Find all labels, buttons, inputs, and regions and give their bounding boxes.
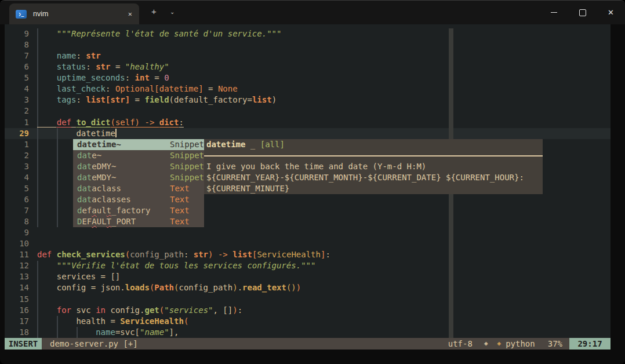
code-token: dat	[77, 162, 92, 171]
completion-kind-label: Snippet	[170, 172, 204, 183]
code-token: (self)	[110, 118, 140, 127]
completion-kind-label: Snippet	[170, 150, 204, 161]
code-token	[37, 84, 57, 93]
code-line[interactable]: 9	[5, 227, 611, 238]
code-line[interactable]: 7 name: str	[5, 50, 611, 61]
code-line[interactable]: 3 tags: list[str] = field(default_factor…	[5, 94, 611, 105]
code-token: Optional[datetime]	[115, 84, 204, 93]
code-token: a	[92, 206, 96, 215]
close-icon: ✕	[608, 8, 614, 17]
terminal-tab-nvim[interactable]: ❯_ nvim ✕	[9, 3, 139, 24]
code-line[interactable]: 1 def to_dict(self) -> dict:	[5, 117, 611, 128]
tab-dropdown-icon[interactable]: ⌄	[170, 9, 175, 15]
close-button[interactable]: ✕	[597, 1, 625, 24]
completion-item[interactable]: date~Snippet	[73, 150, 204, 161]
code-token: =svc[	[115, 327, 140, 337]
line-number: 1	[5, 139, 29, 150]
filetype-diamond-icon: ◈	[497, 340, 502, 347]
line-number: 18	[5, 327, 29, 338]
line-number: 1	[5, 117, 29, 128]
code-token: name	[96, 327, 115, 337]
code-token	[37, 62, 57, 71]
editor-buffer[interactable]: 9 """Représente l'état de santé d'un ser…	[5, 24, 611, 338]
tab-close-icon[interactable]: ✕	[128, 10, 132, 18]
code-token: check_services	[57, 250, 125, 259]
code-token: ServiceHealth	[120, 316, 184, 326]
code-token: services = []	[37, 272, 120, 281]
code-line[interactable]: 9 """Représente l'état de santé d'un ser…	[5, 28, 611, 39]
code-token: status	[57, 62, 86, 71]
maximize-button[interactable]	[568, 1, 597, 24]
line-number: 11	[5, 249, 29, 260]
code-token: .	[238, 283, 242, 292]
line-number: 8	[5, 39, 29, 50]
completion-item[interactable]: dateMDY~Snippet	[73, 172, 204, 183]
code-line[interactable]: 4 last_check: Optional[datetime] = None	[5, 83, 611, 94]
code-line[interactable]: 18 name=svc["name"],	[5, 327, 611, 338]
doc-line: ${CURRENT_MINUTE}	[206, 183, 543, 194]
code-token: name	[57, 51, 77, 60]
code-token: "services"	[164, 305, 213, 315]
completion-item-selected[interactable]: datetime~Snippet	[73, 139, 204, 150]
doc-line: ${CURRENT_YEAR}-${CURRENT_MONTH}-${CURRE…	[206, 172, 543, 183]
completion-item[interactable]: dateDMY~Snippet	[73, 161, 204, 172]
code-token: A	[92, 217, 96, 226]
completion-item[interactable]: default_factoryText	[73, 205, 204, 216]
completion-item[interactable]: dataclassText	[73, 183, 204, 194]
doc-separator	[206, 150, 543, 161]
code-token: ()	[286, 283, 296, 292]
code-text: name: str	[37, 50, 101, 61]
code-text: status: str = "healthy"	[37, 61, 169, 72]
code-text: config = json.loads(Path(config_path).re…	[37, 282, 301, 293]
code-line[interactable]: 16 for svc in config.get("services", [])…	[5, 305, 611, 316]
code-line[interactable]: 14 config = json.loads(Path(config_path)…	[5, 282, 611, 293]
line-number: 5	[5, 183, 29, 194]
code-line[interactable]: 11def check_services(config_path: str) -…	[5, 249, 611, 260]
code-token: ${CURRENT_MINUTE}	[206, 184, 289, 193]
line-number: 5	[5, 72, 29, 83]
code-token: get	[144, 305, 159, 315]
completion-kind-label: Text	[170, 194, 190, 205]
code-token: svc	[71, 305, 96, 315]
code-token: _PORT	[111, 217, 136, 226]
code-line[interactable]: 12 """Vérifie l'état de tous les service…	[5, 260, 611, 271]
code-token: 0	[164, 73, 169, 82]
code-token: )	[232, 305, 237, 315]
code-line[interactable]: 6 status: str = "healthy"	[5, 61, 611, 72]
completion-popup: datetime~Snippetdate~SnippetdateDMY~Snip…	[73, 139, 204, 228]
code-line[interactable]: 17 health = ServiceHealth(	[5, 316, 611, 327]
completion-item[interactable]: DEFAULT_PORTText	[73, 216, 204, 227]
statusline-position: 29:17	[569, 338, 611, 350]
line-number: 3	[5, 161, 29, 172]
code-text: name=svc["name"],	[37, 327, 179, 338]
code-token: """Vérifie l'état de tous les services c…	[37, 261, 315, 270]
code-line[interactable]: 8	[5, 39, 611, 50]
code-token: =	[130, 95, 144, 104]
code-token	[37, 129, 76, 138]
code-line[interactable]: 29 datetime	[5, 128, 611, 139]
code-token: )	[208, 250, 213, 259]
completion-item[interactable]: dataclassesText	[73, 194, 204, 205]
code-token	[37, 51, 57, 60]
code-line[interactable]: 2	[5, 105, 611, 117]
code-line[interactable]: 15	[5, 294, 611, 305]
code-token: ServiceHealth	[257, 250, 321, 259]
code-token: (	[169, 95, 174, 104]
line-number: 16	[5, 305, 29, 316]
code-token: list[str]	[86, 95, 130, 104]
line-number: 12	[5, 260, 29, 271]
code-token: def	[37, 250, 52, 259]
line-number: 2	[5, 150, 29, 161]
statusline-filetype: python	[506, 339, 535, 348]
minimize-button[interactable]	[540, 1, 568, 24]
code-token: :	[238, 305, 242, 315]
code-line[interactable]: 5 uptime_seconds: int = 0	[5, 72, 611, 83]
new-tab-button[interactable]: +	[151, 6, 157, 16]
code-token: =	[247, 95, 252, 104]
code-token: in	[96, 305, 106, 315]
code-line[interactable]: 10	[5, 238, 611, 249]
code-line[interactable]: 13 services = []	[5, 271, 611, 282]
code-token: default_factory	[174, 95, 247, 104]
code-token: str	[96, 62, 110, 71]
code-token: [all]	[260, 140, 285, 149]
